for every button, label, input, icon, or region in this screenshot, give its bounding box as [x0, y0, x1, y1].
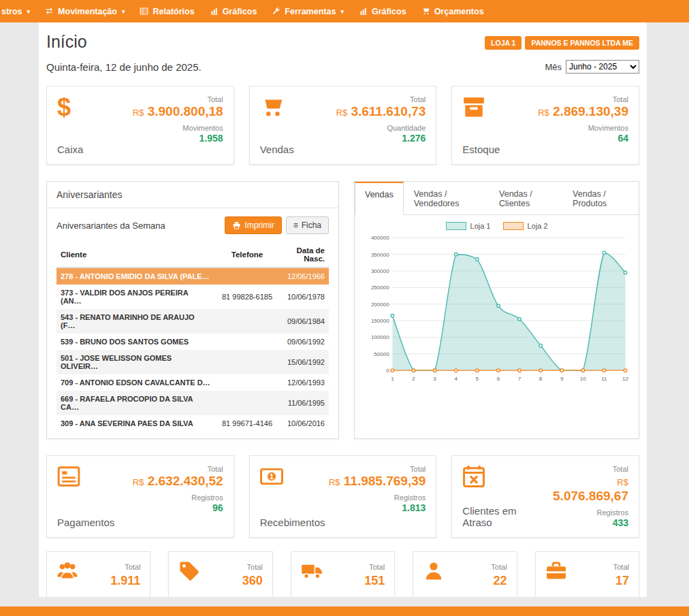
svg-text:250000: 250000	[371, 285, 389, 291]
footer-bar	[0, 606, 689, 616]
vendas-card: Vendas Total R$ 3.611.610,73 Quantidade …	[249, 86, 437, 165]
tag-icon	[178, 560, 200, 588]
card-name: Clientes em Atraso	[462, 505, 543, 528]
nav-item-label: Gráficos	[223, 7, 257, 16]
clientes-atraso-card: Clientes em Atraso Total R$ 5.076.869,67…	[451, 455, 639, 538]
column-header: Data de Nasc.	[280, 242, 329, 268]
tab-vendas-produtos[interactable]: Vendas / Produtos	[562, 182, 639, 215]
caret-down-icon: ▾	[27, 8, 31, 15]
tab-vendas[interactable]: Vendas	[355, 182, 404, 215]
svg-text:0: 0	[386, 368, 389, 374]
month-select[interactable]: Junho - 2025	[566, 60, 639, 74]
legend-label: Loja 1	[470, 222, 491, 230]
svg-text:10: 10	[580, 376, 586, 382]
page-title: Início	[46, 32, 87, 52]
sales-chart: 0500001000001500002000002500003000003500…	[362, 231, 632, 386]
card-total-value: R$ 5.076.869,67	[543, 474, 628, 504]
caret-down-icon: ▾	[122, 8, 125, 15]
table-row[interactable]: 373 - VALDIR DOS ANJOS PEREIRA (AN…81 99…	[57, 285, 329, 309]
ficha-button[interactable]: ≡ Ficha	[286, 216, 329, 234]
printer-icon	[232, 221, 241, 230]
print-button[interactable]: Imprimir	[225, 216, 281, 234]
card-total-value: R$ 3.611.610,73	[336, 104, 426, 119]
table-row[interactable]: 501 - JOSE WELISSON GOMES OLIVEIR…15/06/…	[57, 350, 329, 374]
svg-text:11: 11	[601, 376, 607, 382]
column-header: Cliente	[57, 242, 214, 268]
cart-icon	[260, 95, 294, 118]
produtos-card: Total 360 Produtos	[168, 551, 272, 597]
nav-item-movimentacao[interactable]: Movimentação ▾	[37, 0, 132, 22]
svg-text:150000: 150000	[371, 318, 389, 324]
svg-text:350000: 350000	[371, 252, 389, 258]
legend-label: Loja 2	[528, 222, 548, 230]
card-total-value: R$ 2.869.130,39	[538, 104, 628, 119]
svg-text:8: 8	[539, 376, 543, 382]
caixa-card: $ Caixa Total R$ 3.900.800,18 Movimentos…	[46, 86, 234, 165]
nav-item-relatorios[interactable]: Relatórios	[132, 0, 202, 22]
swap-icon	[45, 7, 54, 16]
nav-item-label: Gráficos	[372, 7, 406, 16]
card-total-value: R$ 2.632.430,52	[133, 474, 223, 489]
total-label: Total	[543, 465, 628, 473]
card-total-value: 17	[613, 574, 629, 588]
count-label: Quantidade	[336, 124, 426, 132]
calendar-x-icon	[462, 465, 543, 488]
card-total-value: R$ 11.985.769,39	[329, 474, 426, 489]
nav-item-label: Movimentação	[58, 7, 117, 16]
table-icon	[140, 7, 148, 16]
total-label: Total	[133, 95, 223, 103]
svg-text:12: 12	[622, 376, 628, 382]
nav-item-ferramentas[interactable]: Ferramentas ▾	[264, 0, 351, 22]
table-row[interactable]: 309 - ANA SEVERINA PAES DA SILVA81 99671…	[57, 415, 329, 432]
nav-item-cadastros[interactable]: stros ▾	[0, 0, 37, 22]
legend-swatch-loja1	[446, 222, 466, 230]
birthdays-panel: Aniversariantes Aniversariantes da Seman…	[46, 181, 339, 439]
card-name: Recebimentos	[260, 517, 325, 528]
sales-chart-panel: Vendas Vendas / Vendedores Vendas / Clie…	[354, 181, 639, 439]
clientes-card: Total 1.911 Clientes	[46, 551, 150, 597]
table-row[interactable]: 539 - BRUNO DOS SANTOS GOMES09/06/1992	[57, 334, 329, 350]
total-label: Total	[369, 563, 385, 571]
table-row[interactable]: 709 - ANTONIO EDSON CAVALCANTE D…12/06/1…	[57, 374, 329, 391]
month-label: Mês	[545, 62, 562, 72]
svg-text:200000: 200000	[371, 302, 389, 308]
card-total-value: R$ 3.900.800,18	[133, 104, 223, 119]
total-label: Total	[336, 95, 426, 103]
svg-text:6: 6	[497, 376, 500, 382]
sales-tabs: Vendas Vendas / Vendedores Vendas / Clie…	[355, 182, 639, 215]
bar-chart-icon	[359, 7, 368, 16]
top-navbar: stros ▾ Movimentação ▾ Relatórios Gráfic…	[0, 0, 689, 22]
svg-text:9: 9	[560, 376, 564, 382]
dollar-icon: $	[57, 95, 83, 120]
total-label: Total	[538, 95, 628, 103]
table-row[interactable]: 278 - ANTONIO EMIDIO DA SILVA (PALE…12/0…	[57, 268, 329, 285]
store-badge: LOJA 1	[485, 36, 522, 50]
svg-text:2: 2	[412, 376, 415, 382]
total-label: Total	[491, 563, 507, 571]
card-total-value: 360	[242, 574, 263, 588]
chart-legend: Loja 1 Loja 2	[355, 222, 639, 230]
table-row[interactable]: 669 - RAFAELA PROCOPIO DA SILVA CA…11/06…	[57, 391, 329, 415]
nav-item-graficos-2[interactable]: Gráficos	[351, 0, 414, 22]
total-label: Total	[125, 563, 140, 571]
company-badge: PANNOS E PANNOS LTDA ME	[525, 36, 639, 50]
table-row[interactable]: 543 - RENATO MARINHO DE ARAUJO (F…09/06/…	[57, 309, 329, 334]
svg-text:50000: 50000	[374, 351, 389, 357]
svg-text:7: 7	[518, 376, 522, 382]
nav-item-label: stros	[1, 7, 22, 16]
cart-icon	[421, 7, 430, 16]
nav-item-label: Orçamentos	[434, 7, 484, 16]
svg-text:1: 1	[270, 472, 274, 481]
nav-item-label: Relatórios	[153, 7, 194, 16]
caret-down-icon: ▾	[340, 8, 344, 15]
birthdays-subtitle: Aniversariantes da Semana	[57, 221, 165, 231]
nav-item-graficos-1[interactable]: Gráficos	[202, 0, 265, 22]
card-total-value: 22	[491, 574, 507, 588]
tab-vendas-clientes[interactable]: Vendas / Clientes	[489, 182, 562, 215]
box-icon	[462, 95, 500, 118]
count-label: Registros	[329, 493, 426, 502]
tab-vendas-vendedores[interactable]: Vendas / Vendedores	[404, 182, 489, 215]
nav-item-orcamentos[interactable]: Orçamentos	[414, 0, 492, 22]
list-icon: ≡	[293, 221, 298, 230]
card-total-value: 151	[364, 574, 385, 588]
